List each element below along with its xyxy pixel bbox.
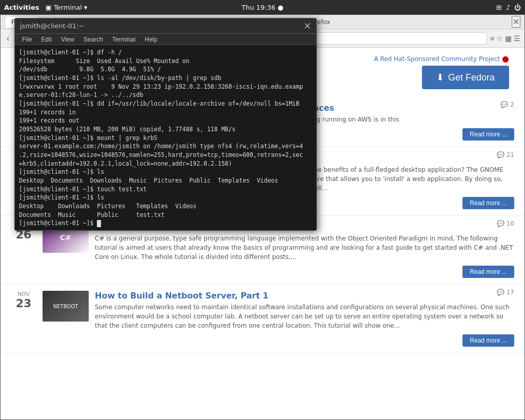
bookmarks-icon[interactable]: ≡ bbox=[490, 34, 494, 43]
read-more-button[interactable]: Read more ... bbox=[462, 266, 514, 278]
activities-button[interactable]: Activities bbox=[4, 4, 39, 11]
terminal-menu-terminal[interactable]: Terminal bbox=[108, 35, 139, 44]
terminal-menu-search[interactable]: Search bbox=[79, 35, 107, 44]
read-more-button[interactable]: Read more ... bbox=[462, 128, 514, 141]
terminal-menu-edit[interactable]: Edit bbox=[37, 35, 56, 44]
terminal-window: jsmith@client-01:~ ✕ File Edit View Sear… bbox=[14, 18, 317, 231]
terminal-icon: ▣ bbox=[46, 4, 52, 11]
comment-icon: 💬 bbox=[500, 101, 508, 108]
red-hat-logo: ● bbox=[502, 54, 509, 64]
article-thumbnail: NETBOOT bbox=[43, 291, 89, 322]
back-button[interactable]: ‹ bbox=[5, 33, 11, 44]
bookmark-star-icon[interactable]: ☆ bbox=[496, 34, 503, 43]
comment-icon: 💬 bbox=[497, 151, 504, 158]
sidebar-toggle-icon[interactable]: ▦ bbox=[505, 34, 512, 43]
topbar: Activities ▣ Terminal ▾ Thu 19:36 ● ⊞ ♪ … bbox=[0, 0, 525, 14]
terminal-menu-help[interactable]: Help bbox=[140, 35, 161, 44]
article-item: NOV 23 NETBOOT How to Build a Netboot Se… bbox=[1, 285, 524, 353]
article-title[interactable]: How to Build a Netboot Server, Part 1 bbox=[95, 291, 269, 301]
article-comments: 💬 21 bbox=[497, 151, 514, 158]
terminal-body[interactable]: [jsmith@client-01 ~]$ df -h / Filesystem… bbox=[15, 45, 316, 230]
download-icon: ⬇ bbox=[436, 72, 444, 83]
get-fedora-label: Get Fedora bbox=[448, 72, 495, 83]
sound-icon: ♪ bbox=[506, 4, 510, 11]
terminal-cursor bbox=[97, 220, 101, 227]
terminal-close-button[interactable]: ✕ bbox=[304, 21, 311, 32]
terminal-menu-file[interactable]: File bbox=[18, 35, 36, 44]
article-content: How to Build a Netboot Server, Part 1 💬 … bbox=[95, 291, 514, 347]
clock: Thu 19:36 ● bbox=[241, 4, 284, 11]
article-comments: 💬 2 bbox=[500, 101, 514, 108]
browser-close-button[interactable]: ✕ bbox=[512, 16, 520, 28]
terminal-taskbar-item[interactable]: ▣ Terminal ▾ bbox=[46, 4, 88, 11]
power-icon: ⏻ bbox=[514, 4, 521, 11]
terminal-menu: File Edit View Search Terminal Help bbox=[15, 34, 316, 45]
article-comments: 💬 10 bbox=[497, 220, 514, 227]
red-hat-link-text: A Red Hat-Sponsored Community Project bbox=[374, 55, 500, 63]
get-fedora-button[interactable]: ⬇ Get Fedora bbox=[422, 66, 509, 89]
terminal-titlebar: jsmith@client-01:~ ✕ bbox=[15, 18, 316, 34]
red-hat-link[interactable]: A Red Hat-Sponsored Community Project ● bbox=[374, 54, 509, 64]
article-date: NOV 23 bbox=[11, 291, 36, 310]
comment-icon: 💬 bbox=[497, 289, 504, 296]
menu-icon[interactable]: ☰ bbox=[514, 34, 520, 43]
terminal-title: jsmith@client-01:~ bbox=[20, 22, 84, 30]
terminal-menu-view[interactable]: View bbox=[57, 35, 78, 44]
read-more-button[interactable]: Read more ... bbox=[462, 197, 514, 209]
article-excerpt: Some computer networks need to maintain … bbox=[95, 303, 514, 330]
read-more-button[interactable]: Read more ... bbox=[462, 334, 514, 347]
network-icon: ⊞ bbox=[496, 4, 502, 11]
article-comments: 💬 17 bbox=[497, 289, 514, 296]
article-excerpt: C# is a general purpose, type safe progr… bbox=[95, 234, 514, 262]
chevron-down-icon: ▾ bbox=[84, 4, 88, 11]
terminal-label: Terminal bbox=[54, 4, 82, 11]
comment-icon: 💬 bbox=[497, 220, 504, 227]
